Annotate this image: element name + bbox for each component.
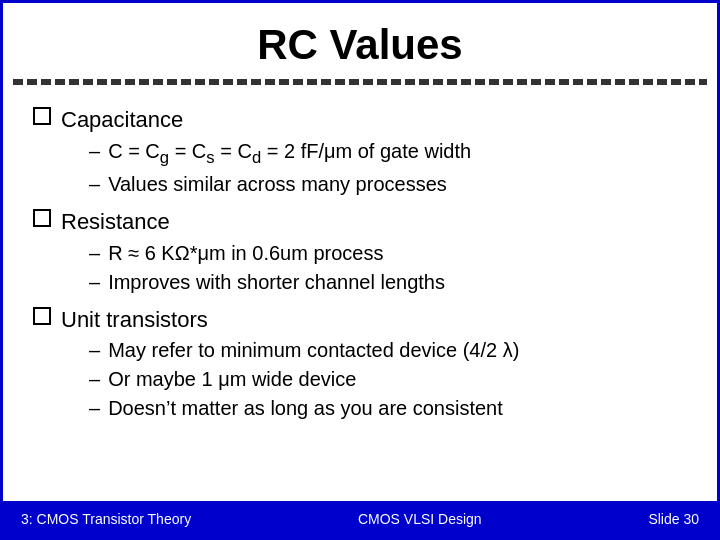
sub-item: – Improves with shorter channel lengths <box>89 268 445 297</box>
checkbox-capacitance <box>33 107 51 125</box>
sub-item: – Values similar across many processes <box>89 170 471 199</box>
bullet-resistance-label: Resistance <box>61 207 445 237</box>
bullet-resistance: Resistance – R ≈ 6 KΩ*μm in 0.6um proces… <box>33 207 687 297</box>
bullet-unit-transistors-label: Unit transistors <box>61 305 519 335</box>
unit-sub-3: Doesn’t matter as long as you are consis… <box>108 394 503 423</box>
dash-icon: – <box>89 239 100 268</box>
divider <box>13 79 707 85</box>
unit-sub-1: May refer to minimum contacted device (4… <box>108 336 519 365</box>
dash-icon: – <box>89 170 100 199</box>
sub-item: – Doesn’t matter as long as you are cons… <box>89 394 519 423</box>
resistance-sub-1: R ≈ 6 KΩ*μm in 0.6um process <box>108 239 383 268</box>
capacitance-sub-2: Values similar across many processes <box>108 170 447 199</box>
capacitance-sub-items: – C = Cg = Cs = Cd = 2 fF/μm of gate wid… <box>89 137 471 199</box>
dash-icon: – <box>89 137 100 166</box>
footer-right: Slide 30 <box>648 511 699 527</box>
dash-icon: – <box>89 365 100 394</box>
resistance-sub-items: – R ≈ 6 KΩ*μm in 0.6um process – Improve… <box>89 239 445 297</box>
footer-left: 3: CMOS Transistor Theory <box>21 511 191 527</box>
checkbox-resistance <box>33 209 51 227</box>
capacitance-sub-1: C = Cg = Cs = Cd = 2 fF/μm of gate width <box>108 137 471 170</box>
sub-item: – May refer to minimum contacted device … <box>89 336 519 365</box>
dash-icon: – <box>89 336 100 365</box>
dash-icon: – <box>89 268 100 297</box>
bullet-capacitance-label: Capacitance <box>61 105 471 135</box>
slide-footer: 3: CMOS Transistor Theory CMOS VLSI Desi… <box>3 501 717 537</box>
slide: RC Values Capacitance – C = Cg = Cs = Cd… <box>0 0 720 540</box>
slide-title: RC Values <box>3 3 717 79</box>
sub-item: – C = Cg = Cs = Cd = 2 fF/μm of gate wid… <box>89 137 471 170</box>
footer-center: CMOS VLSI Design <box>358 511 482 527</box>
slide-content: Capacitance – C = Cg = Cs = Cd = 2 fF/μm… <box>3 95 717 501</box>
unit-sub-2: Or maybe 1 μm wide device <box>108 365 356 394</box>
sub-item: – R ≈ 6 KΩ*μm in 0.6um process <box>89 239 445 268</box>
dash-icon: – <box>89 394 100 423</box>
checkbox-unit-transistors <box>33 307 51 325</box>
bullet-capacitance: Capacitance – C = Cg = Cs = Cd = 2 fF/μm… <box>33 105 687 199</box>
resistance-sub-2: Improves with shorter channel lengths <box>108 268 445 297</box>
unit-transistors-sub-items: – May refer to minimum contacted device … <box>89 336 519 423</box>
bullet-unit-transistors: Unit transistors – May refer to minimum … <box>33 305 687 424</box>
sub-item: – Or maybe 1 μm wide device <box>89 365 519 394</box>
